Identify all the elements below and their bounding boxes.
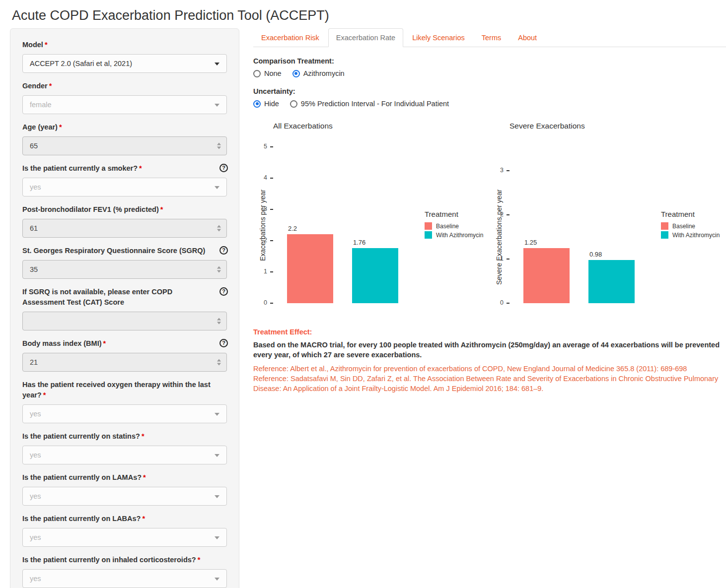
bar-with-azithromycin xyxy=(588,260,635,303)
field-label: Body mass index (BMI)* xyxy=(22,338,227,349)
form-field-model: Model*ACCEPT 2.0 (Safari et al, 2021) xyxy=(22,40,227,73)
y-tick-label: 2 xyxy=(491,211,504,218)
field-label: Is the patient currently a smoker?* xyxy=(22,163,227,174)
legend-item-label: With Azithromycin xyxy=(672,232,720,239)
number-spinner[interactable] xyxy=(217,318,221,325)
y-tick-mark xyxy=(507,170,509,171)
tab-likely-scenarios[interactable]: Likely Scenarios xyxy=(404,28,473,47)
number-input[interactable] xyxy=(22,312,227,330)
tab-exacerbation-risk[interactable]: Exacerbation Risk xyxy=(253,28,327,47)
form-field-is-the-patient-currently-a-smoker: Is the patient currently a smoker?*?yes xyxy=(22,163,227,196)
sidebar-form: Model*ACCEPT 2.0 (Safari et al, 2021)Gen… xyxy=(10,28,239,588)
help-icon[interactable]: ? xyxy=(219,246,228,255)
radio-option-label: None xyxy=(264,69,282,77)
chevron-down-icon xyxy=(215,413,219,416)
field-label: Gender* xyxy=(22,81,227,91)
y-tick-mark xyxy=(270,303,273,304)
charts: All ExacerbationsExacerbations per year0… xyxy=(253,121,726,310)
y-tick-mark xyxy=(270,178,273,179)
legend-title: Treatment xyxy=(425,210,483,218)
select-input[interactable]: yes xyxy=(22,528,227,547)
bar-value-label: 1.76 xyxy=(353,239,365,246)
form-field-is-the-patient-currently-on-inhaled-cort: Is the patient currently on inhaled cort… xyxy=(22,555,227,588)
bar-with-azithromycin xyxy=(352,248,398,303)
legend-swatch xyxy=(425,222,432,230)
tab-about[interactable]: About xyxy=(510,28,545,47)
chevron-down-icon xyxy=(215,104,219,107)
y-tick-label: 5 xyxy=(254,143,267,150)
y-tick-label: 3 xyxy=(254,205,267,212)
y-tick-mark xyxy=(270,146,273,147)
radio-button-icon[interactable] xyxy=(292,70,300,77)
tab-terms[interactable]: Terms xyxy=(474,28,509,47)
select-input[interactable]: yes xyxy=(22,487,227,506)
chevron-down-icon xyxy=(215,578,219,581)
select-input[interactable]: yes xyxy=(22,446,227,464)
select-input[interactable]: female xyxy=(22,95,227,114)
treatment-effect-body: Based on the MACRO trial, for every 100 … xyxy=(253,340,720,360)
number-spinner[interactable] xyxy=(217,143,221,149)
spinner-up-icon xyxy=(217,225,221,228)
y-tick-mark xyxy=(270,209,273,210)
tab-exacerbation-rate[interactable]: Exacerbation Rate xyxy=(328,28,403,47)
number-input[interactable]: 65 xyxy=(22,136,227,155)
radio-option-label: Hide xyxy=(264,100,279,108)
spinner-up-icon xyxy=(217,266,221,269)
field-label: Is the patient currently on LAMAs?* xyxy=(22,472,227,483)
field-label: Is the patient currently on statins?* xyxy=(22,431,227,442)
y-axis-label-text: Severe Exacerbations per year xyxy=(495,189,503,284)
help-icon[interactable]: ? xyxy=(219,164,228,172)
treatment-effect-heading: Treatment Effect: xyxy=(253,327,720,337)
number-spinner[interactable] xyxy=(217,266,221,273)
number-spinner[interactable] xyxy=(217,359,221,366)
select-input[interactable]: yes xyxy=(22,178,227,196)
select-input[interactable]: ACCEPT 2.0 (Safari et al, 2021) xyxy=(22,54,227,73)
radio-option-95-prediction-interval-for-ind[interactable]: 95% Prediction Interval - For Individual… xyxy=(290,100,449,108)
select-input[interactable]: yes xyxy=(22,404,227,423)
chart-severe-exacerbations: Severe ExacerbationsSevere Exacerbations… xyxy=(490,121,726,310)
chevron-down-icon xyxy=(215,536,219,539)
select-input[interactable]: yes xyxy=(22,569,227,588)
form-field-is-the-patient-currently-on-labas: Is the patient currently on LABAs?*yes xyxy=(22,514,227,547)
y-tick-label: 1 xyxy=(254,268,267,275)
y-tick-label: 1 xyxy=(491,255,504,262)
number-spinner[interactable] xyxy=(217,225,221,232)
legend-item-with-azithromycin: With Azithromycin xyxy=(425,231,483,239)
number-input[interactable]: 21 xyxy=(22,353,227,372)
y-tick-mark xyxy=(507,303,509,304)
form-field-st-georges-respiratory-questionnaire-sco: St. Georges Respiratory Questionnaire Sc… xyxy=(22,246,227,279)
field-label: Model* xyxy=(22,40,227,50)
y-tick-mark xyxy=(270,240,273,241)
number-input[interactable]: 35 xyxy=(22,260,227,279)
form-field-gender: Gender*female xyxy=(22,81,227,114)
reference-1: Reference: Albert et al., Azithromycin f… xyxy=(253,364,720,374)
spinner-up-icon xyxy=(217,359,221,362)
uncertainty-label: Uncertainty: xyxy=(253,87,726,95)
chevron-down-icon xyxy=(215,186,219,189)
help-icon[interactable]: ? xyxy=(219,287,228,296)
form-field-if-sgrq-is-not-available-please-enter-co: If SGRQ is not available, please enter C… xyxy=(22,287,227,330)
legend-item-label: Baseline xyxy=(672,223,695,230)
radio-option-azithromycin[interactable]: Azithromycin xyxy=(292,69,345,77)
radio-button-icon[interactable] xyxy=(253,70,261,77)
radio-option-label: 95% Prediction Interval - For Individual… xyxy=(301,100,449,108)
chevron-down-icon xyxy=(215,63,219,65)
y-tick-label: 4 xyxy=(254,174,267,181)
spinner-down-icon xyxy=(217,229,221,232)
radio-option-none[interactable]: None xyxy=(253,69,282,77)
chart-title: Severe Exacerbations xyxy=(509,122,585,131)
spinner-up-icon xyxy=(217,318,221,321)
help-icon[interactable]: ? xyxy=(219,339,228,347)
legend-item-label: With Azithromycin xyxy=(436,232,483,239)
y-axis-label-text: Exacerbations per year xyxy=(259,190,267,261)
radio-button-icon[interactable] xyxy=(253,100,261,108)
legend-item-baseline: Baseline xyxy=(661,222,720,230)
bar-value-label: 0.98 xyxy=(589,251,602,258)
radio-button-icon[interactable] xyxy=(290,100,297,108)
spinner-down-icon xyxy=(217,322,221,325)
radio-option-hide[interactable]: Hide xyxy=(253,100,279,108)
bar-baseline xyxy=(523,248,570,303)
legend: TreatmentBaselineWith Azithromycin xyxy=(425,210,483,240)
number-input[interactable]: 61 xyxy=(22,219,227,238)
main-panel: Exacerbation RiskExacerbation RateLikely… xyxy=(253,28,726,393)
